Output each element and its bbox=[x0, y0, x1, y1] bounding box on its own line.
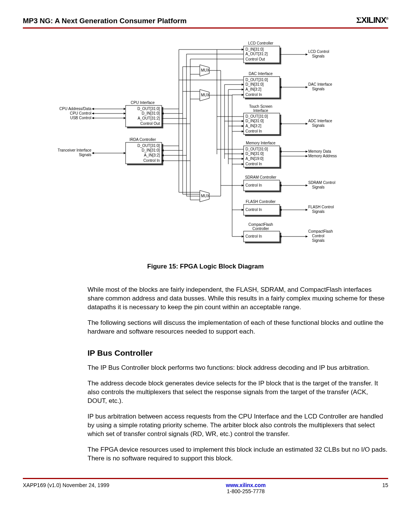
svg-text:Control In: Control In bbox=[143, 158, 160, 163]
svg-text:D_IN[31:0]: D_IN[31:0] bbox=[245, 82, 264, 86]
svg-text:Memory Address: Memory Address bbox=[308, 154, 337, 158]
svg-text:D_OUT[31:0]: D_OUT[31:0] bbox=[137, 144, 160, 148]
svg-text:MUX: MUX bbox=[201, 68, 210, 72]
svg-text:DAC Interface: DAC Interface bbox=[249, 72, 273, 76]
svg-text:Control In: Control In bbox=[245, 162, 262, 166]
svg-text:Control In: Control In bbox=[245, 234, 262, 238]
svg-text:Control Out: Control Out bbox=[245, 57, 265, 61]
footer-phone: 1-800-255-7778 bbox=[227, 488, 265, 494]
svg-text:D_OUT[31:0]: D_OUT[31:0] bbox=[245, 147, 268, 151]
svg-text:Control In: Control In bbox=[245, 183, 262, 187]
paragraph: The following sections will discuss the … bbox=[88, 319, 388, 336]
block-diagram: CPU Interface D_OUT[31:0] D_IN[31:0] A_O… bbox=[23, 40, 388, 259]
svg-text:Control: Control bbox=[312, 234, 324, 238]
svg-text:LCD Controller: LCD Controller bbox=[248, 41, 274, 45]
svg-text:D_OUT[31:0]: D_OUT[31:0] bbox=[245, 114, 268, 118]
svg-text:Interface: Interface bbox=[253, 109, 268, 113]
svg-text:D_IN[31:0]: D_IN[31:0] bbox=[245, 47, 264, 51]
paragraph: IP bus arbitration between access reques… bbox=[88, 412, 388, 439]
svg-text:Memory Data: Memory Data bbox=[308, 149, 331, 153]
svg-text:Signals: Signals bbox=[312, 185, 325, 189]
paragraph: The address decode block generates devic… bbox=[88, 379, 388, 406]
svg-text:Touch Screen: Touch Screen bbox=[249, 104, 272, 109]
svg-text:DAC Interface: DAC Interface bbox=[308, 82, 332, 86]
page-header: MP3 NG: A Next Generation Consumer Platf… bbox=[23, 15, 388, 29]
paragraph: The IP Bus Controller block performs two… bbox=[88, 364, 388, 372]
page-footer: XAPP169 (v1.0) November 24, 1999 www.xil… bbox=[23, 478, 388, 494]
svg-text:A_OUT[31:2]: A_OUT[31:2] bbox=[245, 52, 268, 56]
svg-text:CPU Interface: CPU Interface bbox=[131, 101, 155, 105]
svg-text:Memory Interface: Memory Interface bbox=[246, 141, 276, 145]
svg-text:Control Out: Control Out bbox=[140, 121, 160, 126]
svg-text:A_IN[3:2]: A_IN[3:2] bbox=[144, 153, 160, 157]
xilinx-logo: ΣXILINX® bbox=[356, 15, 388, 25]
svg-text:ADC Interface: ADC Interface bbox=[308, 119, 332, 123]
svg-text:Signals: Signals bbox=[312, 54, 325, 58]
svg-text:Control In: Control In bbox=[245, 129, 262, 133]
svg-text:LCD Control: LCD Control bbox=[308, 50, 329, 54]
svg-text:CompactFlash: CompactFlash bbox=[249, 222, 273, 227]
footer-url[interactable]: www.xilinx.com bbox=[226, 482, 266, 488]
svg-text:Signals: Signals bbox=[312, 209, 325, 214]
svg-text:D_IN[31:0]: D_IN[31:0] bbox=[245, 152, 264, 156]
svg-text:CPU Control: CPU Control bbox=[70, 111, 91, 115]
svg-text:FLASH Control: FLASH Control bbox=[308, 205, 334, 209]
svg-text:MUX: MUX bbox=[201, 194, 210, 198]
section-heading: IP Bus Controller bbox=[88, 348, 388, 358]
svg-text:A_OUT[31:2]: A_OUT[31:2] bbox=[138, 116, 160, 120]
svg-text:A_IN[19:0]: A_IN[19:0] bbox=[245, 157, 263, 161]
svg-text:D_OUT[31:0]: D_OUT[31:0] bbox=[137, 107, 160, 111]
svg-text:SDRAM Control: SDRAM Control bbox=[308, 181, 335, 185]
svg-text:MUX: MUX bbox=[201, 93, 210, 97]
svg-text:CPU Address/Data: CPU Address/Data bbox=[59, 107, 91, 111]
svg-text:Control In: Control In bbox=[245, 208, 262, 212]
svg-text:Controller: Controller bbox=[252, 227, 269, 231]
svg-text:D_IN[31:0]: D_IN[31:0] bbox=[245, 119, 264, 123]
svg-text:D_IN[31:0]: D_IN[31:0] bbox=[142, 148, 160, 152]
figure-caption: Figure 15: FPGA Logic Block Diagram bbox=[23, 263, 388, 270]
svg-text:D_IN[31:0]: D_IN[31:0] bbox=[142, 111, 160, 115]
svg-text:Tranceiver Interface: Tranceiver Interface bbox=[57, 148, 91, 152]
svg-text:Signals: Signals bbox=[312, 87, 325, 91]
footer-left: XAPP169 (v1.0) November 24, 1999 bbox=[23, 482, 109, 494]
svg-text:Signals: Signals bbox=[79, 153, 91, 157]
svg-text:D_OUT[31:0]: D_OUT[31:0] bbox=[245, 78, 268, 82]
svg-text:Signals: Signals bbox=[312, 123, 325, 128]
doc-title: MP3 NG: A Next Generation Consumer Platf… bbox=[23, 17, 186, 25]
footer-page: 15 bbox=[382, 482, 388, 494]
svg-text:Signals: Signals bbox=[312, 238, 325, 243]
svg-text:FLASH Controller: FLASH Controller bbox=[246, 200, 276, 204]
svg-text:USB Control: USB Control bbox=[70, 116, 91, 120]
svg-text:SDRAM Controller: SDRAM Controller bbox=[245, 175, 277, 179]
svg-text:A_IN[3:2]: A_IN[3:2] bbox=[245, 124, 261, 128]
svg-text:A_IN[3:2]: A_IN[3:2] bbox=[245, 87, 261, 91]
svg-text:Control In: Control In bbox=[245, 93, 262, 97]
svg-text:CompactFlash: CompactFlash bbox=[308, 229, 333, 233]
paragraph: While most of the blocks are fairly inde… bbox=[88, 286, 388, 312]
svg-text:IRDA Controller: IRDA Controller bbox=[129, 137, 156, 142]
body-text: While most of the blocks are fairly inde… bbox=[88, 286, 388, 463]
paragraph: The FPGA device resources used to implem… bbox=[88, 446, 388, 463]
